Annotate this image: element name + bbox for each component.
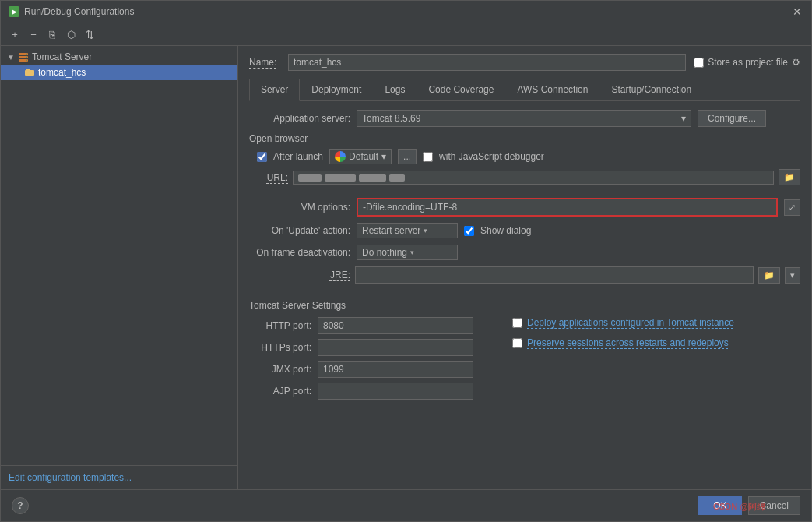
on-frame-label: On frame deactivation: (249, 247, 350, 258)
sort-config-button[interactable]: ⇅ (82, 26, 97, 42)
after-launch-checkbox[interactable] (257, 152, 267, 162)
store-project-file-label: Store as project file (708, 57, 788, 68)
vm-options-label: VM options: (249, 202, 350, 213)
deploy-check1-label: Deploy applications configured in Tomcat… (527, 317, 734, 328)
vm-expand-button[interactable]: ⤢ (784, 199, 800, 216)
tomcat-settings-title: Tomcat Server Settings (249, 300, 800, 311)
browser-select[interactable]: Default ▾ (329, 149, 392, 164)
tab-server[interactable]: Server (249, 79, 300, 101)
sidebar: ▼ Tomcat Server (1, 46, 238, 489)
browser-dropdown-arrow: ▾ (381, 151, 386, 162)
tree-item-tomcat-hcs[interactable]: tomcat_hcs (1, 65, 237, 80)
ports-deploy-row: HTTP port: HTTPs port: JMX port: AJP por… (249, 317, 800, 404)
name-input[interactable] (288, 54, 686, 71)
jre-row: JRE: 📁 ▾ (249, 266, 800, 284)
ajp-port-row: AJP port: (249, 383, 473, 400)
on-frame-row: On frame deactivation: Do nothing ▾ (249, 245, 800, 260)
tab-deployment[interactable]: Deployment (300, 79, 373, 101)
browser-default-label: Default (349, 151, 378, 162)
dialog-title: Run/Debug Configurations (24, 6, 134, 17)
tree-arrow-icon: ▼ (7, 53, 15, 62)
store-project-file-checkbox[interactable] (694, 58, 704, 68)
deploy-check2-row: Preserve sessions across restarts and re… (512, 337, 800, 348)
deploy-check1-row: Deploy applications configured in Tomcat… (512, 317, 800, 328)
jre-input[interactable] (355, 266, 754, 284)
jmx-port-label: JMX port: (249, 364, 311, 375)
app-server-select[interactable]: Tomcat 8.5.69 ▾ (357, 110, 691, 127)
open-browser-section: Open browser After launch Default ▾ ... … (249, 133, 800, 190)
title-bar: ▶ Run/Debug Configurations ✕ (1, 1, 811, 23)
on-update-value: Restart server (362, 225, 420, 236)
app-server-row: Application server: Tomcat 8.5.69 ▾ Conf… (249, 110, 800, 127)
vm-options-row: VM options: ⤢ (249, 198, 800, 217)
on-update-arrow: ▾ (424, 227, 427, 235)
browser-icon (335, 151, 346, 162)
deploy-section: Deploy applications configured in Tomcat… (512, 317, 800, 353)
server-icon (18, 51, 29, 62)
show-dialog-label: Show dialog (480, 225, 531, 236)
tab-logs[interactable]: Logs (373, 79, 417, 101)
svg-point-5 (26, 60, 27, 62)
http-port-label: HTTP port: (249, 320, 311, 331)
open-browser-group: After launch Default ▾ ... with JavaScri… (257, 149, 800, 185)
url-block-1 (298, 174, 322, 182)
js-debugger-checkbox[interactable] (423, 152, 433, 162)
svg-rect-6 (25, 70, 34, 76)
right-panel: Name: Store as project file ⚙ Server Dep… (238, 46, 811, 489)
add-config-button[interactable]: + (7, 26, 23, 42)
config-tree: ▼ Tomcat Server (1, 46, 237, 465)
configure-button[interactable]: Configure... (698, 110, 766, 127)
on-update-select[interactable]: Restart server ▾ (357, 223, 458, 238)
tabs-row: Server Deployment Logs Code Coverage AWS… (249, 79, 800, 101)
tomcat-child-icon (24, 67, 35, 78)
store-project-file-row: Store as project file ⚙ (694, 57, 800, 68)
tab-startup-connection[interactable]: Startup/Connection (599, 79, 703, 101)
on-frame-select[interactable]: Do nothing ▾ (357, 245, 458, 260)
move-config-button[interactable]: ⬡ (63, 26, 79, 42)
deploy-check2[interactable] (512, 338, 522, 348)
ajp-port-input[interactable] (318, 383, 473, 400)
https-port-input[interactable] (318, 339, 473, 356)
title-bar-left: ▶ Run/Debug Configurations (9, 6, 134, 17)
close-button[interactable]: ✕ (791, 5, 803, 18)
tree-child-icon (24, 67, 35, 78)
url-browse-button[interactable]: 📁 (779, 169, 800, 185)
http-port-row: HTTP port: (249, 317, 473, 334)
copy-config-button[interactable]: ⎘ (44, 26, 60, 42)
tree-group-tomcat: ▼ Tomcat Server (1, 49, 237, 65)
svg-point-4 (26, 57, 27, 58)
edit-templates-link[interactable]: Edit configuration templates... (9, 472, 132, 483)
main-content: ▼ Tomcat Server (1, 46, 811, 489)
vm-options-input[interactable] (357, 198, 778, 217)
show-dialog-checkbox[interactable] (464, 226, 474, 236)
bottom-left: ? (12, 497, 29, 514)
svg-rect-7 (26, 69, 30, 71)
help-button[interactable]: ? (12, 497, 29, 514)
jmx-port-input[interactable] (318, 361, 473, 378)
on-update-row: On 'Update' action: Restart server ▾ Sho… (249, 223, 800, 238)
svg-point-3 (26, 54, 27, 55)
toolbar: + − ⎘ ⬡ ⇅ (1, 23, 811, 46)
deploy-check1[interactable] (512, 318, 522, 328)
deploy-check2-label: Preserve sessions across restarts and re… (527, 337, 729, 348)
on-update-label: On 'Update' action: (249, 225, 350, 236)
ajp-port-label: AJP port: (249, 386, 311, 397)
url-label: URL: (265, 172, 288, 183)
tab-code-coverage[interactable]: Code Coverage (417, 79, 505, 101)
jre-browse-button[interactable]: 📁 (758, 267, 780, 284)
url-block-2 (325, 174, 356, 182)
remove-config-button[interactable]: − (26, 26, 41, 42)
on-frame-value: Do nothing (362, 247, 407, 258)
tree-child-label: tomcat_hcs (38, 67, 86, 78)
url-block-4 (389, 174, 405, 182)
dialog-icon: ▶ (9, 6, 19, 17)
jre-dropdown-button[interactable]: ▾ (785, 267, 800, 284)
gear-icon[interactable]: ⚙ (792, 57, 800, 68)
browser-more-button[interactable]: ... (398, 149, 417, 164)
jre-label: JRE: (249, 270, 350, 280)
jmx-port-row: JMX port: (249, 361, 473, 378)
http-port-input[interactable] (318, 317, 473, 334)
tab-aws-connection[interactable]: AWS Connection (505, 79, 599, 101)
app-server-value: Tomcat 8.5.69 (362, 113, 420, 124)
js-debugger-label: with JavaScript debugger (439, 151, 544, 162)
